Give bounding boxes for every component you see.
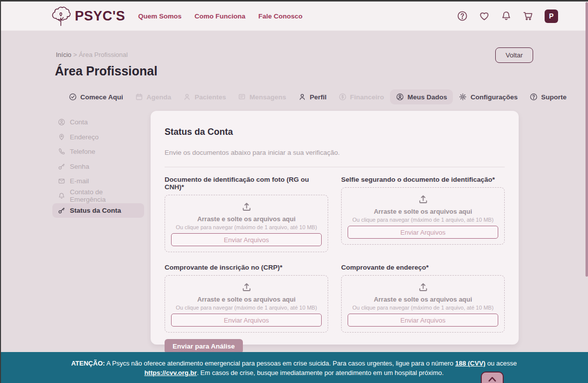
main-nav: Quem Somos Como Funciona Fale Conosco <box>138 12 303 20</box>
nav-fale-conosco[interactable]: Fale Conosco <box>258 12 303 20</box>
upload-field-selfie: Selfie segurando o documento de identifi… <box>341 176 505 252</box>
map-pin-icon <box>58 133 65 141</box>
scroll-to-top-button[interactable] <box>481 372 504 383</box>
upload-icon <box>418 282 428 292</box>
vertical-scrollbar-thumb[interactable] <box>586 2 588 277</box>
dropzone-hint: Ou clique para navegar (máximo de 1 arqu… <box>352 305 493 311</box>
check-circle-icon <box>69 93 77 101</box>
sidebar-item-endereco[interactable]: Endereço <box>52 130 144 144</box>
user-circle-icon <box>58 118 65 126</box>
dropzone-hint: Ou clique para navegar (máximo de 1 arqu… <box>176 224 317 230</box>
settings-sidebar: Conta Endereço Telefone Senha E-mail Con… <box>52 115 144 218</box>
envelope-icon <box>58 177 65 185</box>
panel-subtitle: Envie os documentos abaixo para iniciar … <box>165 149 505 156</box>
panel-divider <box>165 167 505 167</box>
cvv-site-link[interactable]: https://cvv.org.br <box>144 369 196 377</box>
nav-como-funciona[interactable]: Como Funciona <box>195 12 245 20</box>
dropzone[interactable]: Arraste e solte os arquivos aqui Ou cliq… <box>341 187 505 245</box>
window-edge-left <box>0 0 1 383</box>
gear-icon <box>459 93 467 101</box>
question-circle-icon <box>530 93 538 101</box>
emergency-warning-text: ATENÇÃO: A Psycs não oferece atendimento… <box>68 359 520 383</box>
panel-title: Status da Conta <box>165 127 505 137</box>
tab-perfil[interactable]: Perfil <box>292 89 333 104</box>
brand[interactable]: PSYC'S <box>50 4 125 28</box>
key-icon <box>58 163 65 170</box>
breadcrumb-current: Área Profissional <box>79 51 128 58</box>
page-title: Área Profissional <box>55 64 158 78</box>
breadcrumb: Início > Área Profissional <box>56 51 128 58</box>
dropzone-hint: Ou clique para navegar (máximo de 1 arqu… <box>352 217 493 223</box>
dollar-circle-icon <box>339 93 347 101</box>
tab-suporte[interactable]: Suporte <box>524 89 573 104</box>
enviar-para-analise-button[interactable]: Enviar para Análise <box>165 339 243 354</box>
tab-agenda[interactable]: Agenda <box>129 89 178 104</box>
dropzone[interactable]: Arraste e solte os arquivos aqui Ou cliq… <box>165 195 328 252</box>
back-button[interactable]: Voltar <box>495 47 533 63</box>
chevron-up-icon <box>488 376 497 383</box>
enviar-arquivos-button[interactable]: Enviar Arquivos <box>348 314 498 327</box>
chat-icon <box>238 93 246 101</box>
phone-icon <box>58 148 65 155</box>
upload-icon <box>241 202 252 212</box>
brand-logo-icon <box>50 4 72 28</box>
nav-quem-somos[interactable]: Quem Somos <box>138 12 182 20</box>
window-edge-top <box>0 0 588 1</box>
upload-icon <box>418 194 428 204</box>
tab-comece-aqui[interactable]: Comece Aqui <box>63 89 129 104</box>
tab-bar: Comece Aqui Agenda Pacientes Mensagens P… <box>63 89 512 104</box>
brand-name: PSYC'S <box>75 8 125 24</box>
warning-label: ATENÇÃO: <box>71 360 105 367</box>
dropzone[interactable]: Arraste e solte os arquivos aqui Ou cliq… <box>341 275 505 333</box>
person-icon <box>298 93 306 101</box>
tab-financeiro[interactable]: Financeiro <box>333 89 390 104</box>
upload-field-comprovante-crp: Comprovante de inscrição no (CRP)* Arras… <box>165 264 328 333</box>
upload-field-label: Comprovante de endereço* <box>341 264 505 271</box>
tab-configuracoes[interactable]: Configurações <box>453 89 524 104</box>
sidebar-item-contato-emergencia[interactable]: Contato de Emergência <box>52 189 144 203</box>
sidebar-item-senha[interactable]: Senha <box>52 159 144 174</box>
dropzone-title: Arraste e solte os arquivos aqui <box>197 296 295 303</box>
sidebar-item-email[interactable]: E-mail <box>52 174 144 188</box>
sidebar-item-conta[interactable]: Conta <box>52 115 144 129</box>
sidebar-item-telefone[interactable]: Telefone <box>52 144 144 159</box>
breadcrumb-separator: > <box>71 51 79 58</box>
person-icon <box>183 93 191 101</box>
upload-field-label: Selfie segurando o documento de identifi… <box>341 176 505 183</box>
enviar-arquivos-button[interactable]: Enviar Arquivos <box>171 233 322 246</box>
screen: PSYC'S Quem Somos Como Funciona Fale Con… <box>0 0 588 383</box>
upload-field-comprovante-endereco: Comprovante de endereço* Arraste e solte… <box>341 264 505 333</box>
cvv-phone-link[interactable]: 188 (CVV) <box>455 360 486 367</box>
top-header: PSYC'S Quem Somos Como Funciona Fale Con… <box>0 1 588 31</box>
bell-icon <box>58 192 65 200</box>
key-icon <box>58 207 65 214</box>
tab-mensagens[interactable]: Mensagens <box>232 89 292 104</box>
calendar-icon <box>135 93 143 101</box>
dropzone-title: Arraste e solte os arquivos aqui <box>374 296 472 303</box>
tab-meus-dados[interactable]: Meus Dados <box>390 89 453 104</box>
sidebar-item-status-da-conta[interactable]: Status da Conta <box>52 203 144 218</box>
help-icon[interactable] <box>457 10 468 21</box>
dropzone-hint: Ou clique para navegar (máximo de 1 arqu… <box>176 305 317 311</box>
enviar-arquivos-button[interactable]: Enviar Arquivos <box>348 226 498 239</box>
user-circle-icon <box>396 93 404 101</box>
bell-icon[interactable] <box>501 10 512 21</box>
status-da-conta-panel: Status da Conta Envie os documentos abai… <box>151 111 519 345</box>
dropzone[interactable]: Arraste e solte os arquivos aqui Ou cliq… <box>165 275 328 333</box>
enviar-arquivos-button[interactable]: Enviar Arquivos <box>171 314 322 327</box>
dropzone-title: Arraste e solte os arquivos aqui <box>374 208 472 215</box>
header-actions: P <box>457 9 558 23</box>
upload-grid: Documento de identificação com foto (RG … <box>165 176 505 333</box>
dropzone-title: Arraste e solte os arquivos aqui <box>197 215 295 223</box>
avatar[interactable]: P <box>545 9 558 23</box>
cart-icon[interactable] <box>523 10 534 21</box>
upload-field-label: Documento de identificação com foto (RG … <box>165 176 328 191</box>
upload-field-documento-identificacao: Documento de identificação com foto (RG … <box>165 176 328 252</box>
upload-field-label: Comprovante de inscrição no (CRP)* <box>165 264 328 271</box>
tab-pacientes[interactable]: Pacientes <box>177 89 232 104</box>
upload-icon <box>241 282 252 292</box>
heart-icon[interactable] <box>479 10 490 21</box>
breadcrumb-home[interactable]: Início <box>56 51 71 58</box>
